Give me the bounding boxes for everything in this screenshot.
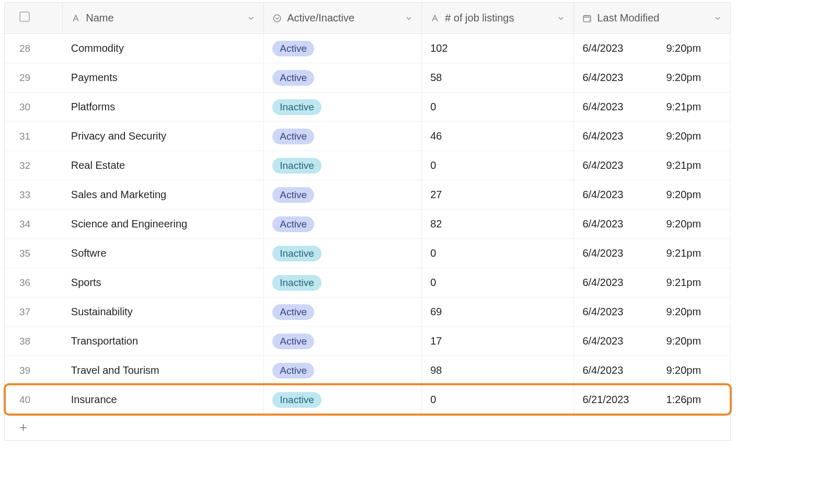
- status-badge: Active: [272, 304, 314, 320]
- modified-date: 6/4/2023: [582, 130, 635, 142]
- cell-jobs[interactable]: 0: [422, 385, 574, 415]
- header-checkbox-cell[interactable]: [5, 3, 63, 34]
- table-row[interactable]: 33Sales and MarketingActive276/4/20239:2…: [5, 180, 731, 210]
- modified-date: 6/4/2023: [582, 101, 635, 113]
- chevron-down-icon[interactable]: [557, 14, 565, 22]
- cell-jobs[interactable]: 69: [422, 297, 574, 327]
- status-badge: Active: [272, 129, 314, 144]
- header-jobs[interactable]: # of job listings: [422, 3, 574, 34]
- table-row[interactable]: 40InsuranceInactive06/21/20231:26pm: [5, 385, 731, 415]
- cell-modified[interactable]: 6/4/20239:21pm: [574, 93, 731, 122]
- row-number[interactable]: 37: [5, 297, 63, 327]
- table-row[interactable]: 32Real EstateInactive06/4/20239:21pm: [5, 151, 731, 180]
- table-row[interactable]: 28CommodityActive1026/4/20239:20pm: [5, 34, 731, 63]
- chevron-down-icon[interactable]: [405, 14, 413, 22]
- status-badge: Inactive: [272, 246, 321, 261]
- cell-jobs[interactable]: 0: [422, 93, 574, 122]
- cell-name[interactable]: Sustainability: [63, 297, 264, 327]
- cell-status[interactable]: Active: [264, 34, 422, 63]
- cell-status[interactable]: Active: [264, 122, 422, 151]
- cell-name[interactable]: Sales and Marketing: [63, 180, 264, 210]
- cell-jobs[interactable]: 0: [422, 268, 574, 297]
- row-number[interactable]: 35: [5, 239, 63, 268]
- cell-status[interactable]: Active: [264, 63, 422, 93]
- plus-icon[interactable]: +: [19, 419, 27, 435]
- row-number[interactable]: 32: [5, 151, 63, 180]
- table-row[interactable]: 31Privacy and SecurityActive466/4/20239:…: [5, 122, 731, 151]
- cell-jobs[interactable]: 58: [422, 63, 574, 93]
- cell-name[interactable]: Real Estate: [63, 151, 264, 180]
- cell-modified[interactable]: 6/4/20239:20pm: [574, 210, 731, 239]
- row-number[interactable]: 38: [5, 327, 63, 356]
- cell-jobs[interactable]: 102: [422, 34, 574, 63]
- cell-jobs[interactable]: 17: [422, 327, 574, 356]
- cell-jobs[interactable]: 0: [422, 151, 574, 180]
- table-row[interactable]: 38TransportationActive176/4/20239:20pm: [5, 327, 731, 356]
- table-row[interactable]: 29PaymentsActive586/4/20239:20pm: [5, 63, 731, 93]
- cell-name[interactable]: Insurance: [63, 385, 264, 415]
- status-badge: Active: [272, 216, 314, 232]
- cell-modified[interactable]: 6/21/20231:26pm: [574, 385, 731, 415]
- cell-status[interactable]: Inactive: [264, 268, 422, 297]
- cell-modified[interactable]: 6/4/20239:21pm: [574, 268, 731, 297]
- calendar-icon: [582, 14, 592, 23]
- table-row[interactable]: 39Travel and TourismActive986/4/20239:20…: [5, 356, 731, 385]
- header-name[interactable]: Name: [63, 3, 264, 34]
- cell-jobs[interactable]: 82: [422, 210, 574, 239]
- modified-time: 9:21pm: [666, 101, 701, 113]
- cell-status[interactable]: Inactive: [264, 151, 422, 180]
- cell-name[interactable]: Transportation: [63, 327, 264, 356]
- cell-status[interactable]: Active: [264, 356, 422, 385]
- cell-status[interactable]: Inactive: [264, 239, 422, 268]
- cell-name[interactable]: Science and Engineering: [63, 210, 264, 239]
- add-row[interactable]: +: [5, 415, 731, 441]
- cell-name[interactable]: Sports: [63, 268, 264, 297]
- row-number[interactable]: 36: [5, 268, 63, 297]
- cell-status[interactable]: Inactive: [264, 93, 422, 122]
- cell-name[interactable]: Softwre: [63, 239, 264, 268]
- cell-name[interactable]: Travel and Tourism: [63, 356, 264, 385]
- chevron-down-icon[interactable]: [247, 14, 255, 22]
- table-row[interactable]: 30PlatformsInactive06/4/20239:21pm: [5, 93, 731, 122]
- row-number[interactable]: 40: [5, 385, 63, 415]
- row-number[interactable]: 28: [5, 34, 63, 63]
- cell-jobs[interactable]: 98: [422, 356, 574, 385]
- modified-date: 6/4/2023: [582, 218, 635, 230]
- cell-modified[interactable]: 6/4/20239:20pm: [574, 356, 731, 385]
- cell-modified[interactable]: 6/4/20239:20pm: [574, 34, 731, 63]
- select-all-checkbox[interactable]: [19, 12, 30, 22]
- modified-time: 9:20pm: [666, 306, 701, 318]
- table-row[interactable]: 35SoftwreInactive06/4/20239:21pm: [5, 239, 731, 268]
- header-modified[interactable]: Last Modified: [574, 3, 731, 34]
- row-number[interactable]: 30: [5, 93, 63, 122]
- row-number[interactable]: 31: [5, 122, 63, 151]
- cell-modified[interactable]: 6/4/20239:21pm: [574, 239, 731, 268]
- row-number[interactable]: 29: [5, 63, 63, 93]
- cell-modified[interactable]: 6/4/20239:20pm: [574, 122, 731, 151]
- cell-status[interactable]: Active: [264, 327, 422, 356]
- table-row[interactable]: 37SustainabilityActive696/4/20239:20pm: [5, 297, 731, 327]
- row-number[interactable]: 39: [5, 356, 63, 385]
- cell-modified[interactable]: 6/4/20239:20pm: [574, 327, 731, 356]
- cell-jobs[interactable]: 27: [422, 180, 574, 210]
- cell-status[interactable]: Inactive: [264, 385, 422, 415]
- cell-jobs[interactable]: 46: [422, 122, 574, 151]
- cell-status[interactable]: Active: [264, 297, 422, 327]
- row-number[interactable]: 34: [5, 210, 63, 239]
- cell-modified[interactable]: 6/4/20239:20pm: [574, 297, 731, 327]
- chevron-down-icon[interactable]: [714, 14, 722, 22]
- cell-name[interactable]: Privacy and Security: [63, 122, 264, 151]
- row-number[interactable]: 33: [5, 180, 63, 210]
- cell-status[interactable]: Active: [264, 180, 422, 210]
- cell-name[interactable]: Payments: [63, 63, 264, 93]
- cell-name[interactable]: Commodity: [63, 34, 264, 63]
- table-row[interactable]: 36SportsInactive06/4/20239:21pm: [5, 268, 731, 297]
- cell-modified[interactable]: 6/4/20239:21pm: [574, 151, 731, 180]
- cell-jobs[interactable]: 0: [422, 239, 574, 268]
- header-status[interactable]: Active/Inactive: [264, 3, 422, 34]
- cell-modified[interactable]: 6/4/20239:20pm: [574, 63, 731, 93]
- cell-name[interactable]: Platforms: [63, 93, 264, 122]
- cell-modified[interactable]: 6/4/20239:20pm: [574, 180, 731, 210]
- cell-status[interactable]: Active: [264, 210, 422, 239]
- table-row[interactable]: 34Science and EngineeringActive826/4/202…: [5, 210, 731, 239]
